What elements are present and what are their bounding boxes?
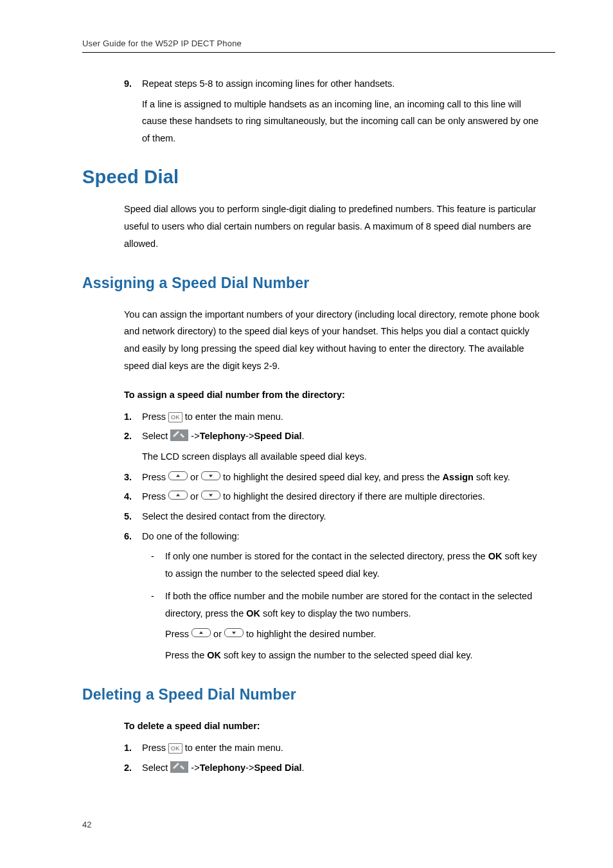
text: Select the desired contact from the dire… <box>142 511 326 521</box>
text: . <box>302 763 305 773</box>
delete-step-2: 2. Select ->Telephony->Speed Dial. <box>124 760 542 776</box>
ok-key-icon: OK <box>168 412 182 422</box>
text: to highlight the desired speed dial key,… <box>220 472 443 482</box>
ok-label: OK <box>488 551 502 561</box>
text: Do one of the following: <box>142 531 240 541</box>
step-text: Repeat steps 5-8 to assign incoming line… <box>142 78 395 89</box>
text: soft key. <box>474 472 510 482</box>
bullet-2-line3: Press the OK soft key to assign the numb… <box>165 647 542 664</box>
down-arrow-key-icon <box>224 628 244 637</box>
bullet-1: - If only one number is stored for the c… <box>142 548 542 583</box>
heading-speed-dial: Speed Dial <box>82 167 555 188</box>
text: soft key to display the two numbers. <box>260 608 411 619</box>
page-number: 42 <box>82 820 91 829</box>
text: Press the <box>165 650 207 660</box>
ok-key-icon: OK <box>168 743 182 754</box>
text: or <box>188 491 201 502</box>
assign-label: Assign <box>443 472 474 482</box>
deleting-lead: To delete a speed dial number: <box>124 718 555 735</box>
assign-step-4: 4. Press or to highlight the desired dir… <box>124 489 542 505</box>
bullet-2: - If both the office number and the mobi… <box>142 588 542 664</box>
delete-step-1: 1. Press OK to enter the main menu. <box>124 740 542 756</box>
assigning-steps: 1. Press OK to enter the main menu. 2. S… <box>124 409 542 665</box>
running-header: User Guide for the W52P IP DECT Phone <box>82 39 555 53</box>
step-number: 6. <box>124 529 132 545</box>
heading-deleting: Deleting a Speed Dial Number <box>82 686 555 703</box>
page: User Guide for the W52P IP DECT Phone 9.… <box>0 0 613 868</box>
dash: - <box>151 588 154 605</box>
text: soft key to assign the number to the sel… <box>221 650 472 660</box>
bullet-2-line2: Press or to highlight the desired number… <box>165 626 542 643</box>
text: to enter the main menu. <box>182 411 283 422</box>
text: to enter the main menu. <box>182 743 283 753</box>
step-number: 1. <box>124 409 132 425</box>
text: to highlight the desired directory if th… <box>220 491 485 502</box>
assign-step-2: 2. Select ->Telephony->Speed Dial. The L… <box>124 428 542 465</box>
text: Select <box>142 431 170 441</box>
text: Press <box>142 743 168 753</box>
step-sub: The LCD screen displays all available sp… <box>142 448 542 466</box>
tools-icon <box>170 429 188 441</box>
step-6-bullets: - If only one number is stored for the c… <box>142 548 542 664</box>
speed-dial-label: Speed Dial <box>254 431 301 441</box>
down-arrow-key-icon <box>201 491 220 500</box>
up-arrow-key-icon <box>191 628 211 637</box>
text: Press <box>142 472 168 482</box>
assign-step-3: 3. Press or to highlight the desired spe… <box>124 469 542 485</box>
telephony-label: Telephony <box>200 763 245 773</box>
text: or <box>188 472 201 482</box>
text: -> <box>245 763 254 773</box>
up-arrow-key-icon <box>168 491 188 500</box>
text: If only one number is stored for the con… <box>165 551 488 561</box>
speed-dial-intro: Speed dial allows you to perform single-… <box>124 201 542 252</box>
assign-step-5: 5. Select the desired contact from the d… <box>124 509 542 525</box>
text: or <box>211 629 224 639</box>
speed-dial-label: Speed Dial <box>254 763 301 773</box>
svg-rect-0 <box>170 429 188 441</box>
text: Select <box>142 763 170 773</box>
telephony-label: Telephony <box>200 431 245 441</box>
step-number: 2. <box>124 760 132 776</box>
deleting-steps: 1. Press OK to enter the main menu. 2. S… <box>124 740 542 775</box>
step-number: 2. <box>124 428 132 444</box>
heading-assigning: Assigning a Speed Dial Number <box>82 275 555 292</box>
step-number: 1. <box>124 740 132 756</box>
assign-step-6: 6. Do one of the following: - If only on… <box>124 529 542 665</box>
text: -> <box>245 431 254 441</box>
down-arrow-key-icon <box>201 471 220 480</box>
text: -> <box>188 431 199 441</box>
text: to highlight the desired number. <box>244 629 376 639</box>
tools-icon <box>170 761 188 773</box>
step-9: 9. Repeat steps 5-8 to assign incoming l… <box>124 76 542 147</box>
assign-step-1: 1. Press OK to enter the main menu. <box>124 409 542 425</box>
text: -> <box>188 763 199 773</box>
assigning-intro: You can assign the important numbers of … <box>124 306 542 375</box>
step-number: 4. <box>124 489 132 505</box>
ok-label: OK <box>246 608 260 619</box>
step-number: 9. <box>124 76 132 92</box>
text: Press <box>142 411 168 422</box>
header-text: User Guide for the W52P IP DECT Phone <box>82 39 242 48</box>
step-number: 5. <box>124 509 132 525</box>
ok-label: OK <box>207 650 221 660</box>
step-note: If a line is assigned to multiple handse… <box>142 96 542 147</box>
svg-rect-1 <box>170 761 188 773</box>
assigning-lead: To assign a speed dial number from the d… <box>124 386 555 404</box>
text: Press <box>142 491 168 502</box>
up-arrow-key-icon <box>168 471 188 480</box>
text: Press <box>165 629 191 639</box>
step-number: 3. <box>124 469 132 485</box>
dash: - <box>151 548 154 565</box>
continued-steps: 9. Repeat steps 5-8 to assign incoming l… <box>124 76 542 147</box>
text: . <box>302 431 305 441</box>
